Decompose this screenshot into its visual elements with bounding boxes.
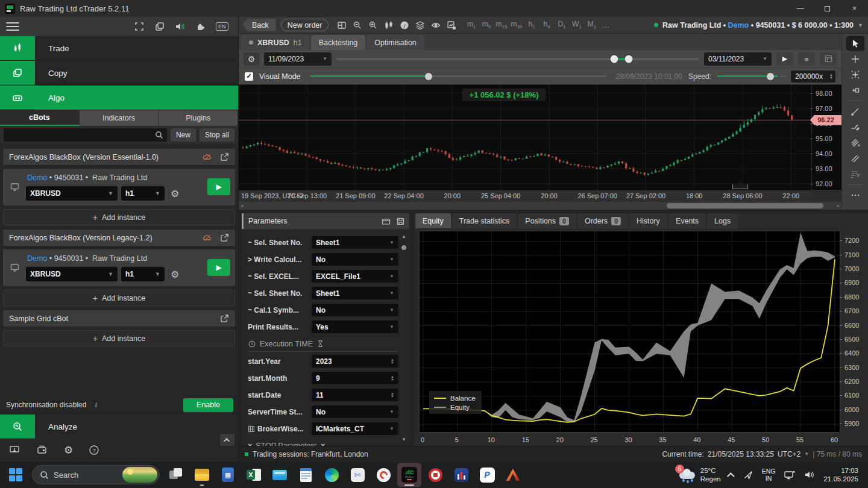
taskbar-app-icmarkets[interactable]: .ılCMarkets [397,463,421,487]
tab-orders[interactable]: Orders0 [577,213,628,228]
layers-icon[interactable] [413,19,427,32]
trend-line-tool[interactable] [846,104,864,119]
channel-tool[interactable] [846,151,864,166]
scrollbar-thumb[interactable] [667,203,823,208]
timeframe-m5[interactable]: m5 [480,20,492,30]
instance-settings-icon[interactable]: ⚙ [171,188,179,199]
taskbar-app-sap[interactable] [423,463,447,487]
add-instance-button[interactable]: +Add instance [3,330,235,346]
timeframe-m15[interactable]: m15 [495,20,508,30]
taskbar-clock[interactable]: 17:0321.05.2025 [823,466,858,483]
plugins-icon[interactable] [195,21,206,32]
help-icon[interactable]: ? [89,445,99,455]
display-icon[interactable] [784,470,796,480]
start-cbot-button[interactable]: ▶ [207,178,230,195]
param-number-input[interactable]: 2023▲▼ [312,355,398,368]
cbot-header[interactable]: Sample Grid cBot [3,310,235,327]
open-in-editor-icon[interactable] [220,152,229,161]
tab-cbots[interactable]: cBots [0,110,80,126]
equity-chart[interactable]: Balance Equity 5900600061006200630064006… [414,228,868,446]
param-number-input[interactable]: 11▲▼ [312,389,398,401]
taskbar-search[interactable]: Search [32,465,160,484]
crosshair-alt-tool[interactable] [846,67,864,82]
scroll-right-icon[interactable]: ▸ [837,203,840,208]
candles-icon[interactable] [382,19,396,32]
cursor-tool[interactable] [846,36,864,51]
chart-horizontal-scrollbar[interactable]: ◂ ▸ [239,202,841,210]
taskbar-app-remote-desktop[interactable] [268,463,292,487]
fullscreen-icon[interactable] [134,21,145,32]
collapse-sidebar-button[interactable] [220,434,234,446]
enable-sync-button[interactable]: Enable [183,398,233,412]
backtest-settings-button[interactable]: ⚙ [244,52,259,66]
workspace-icon[interactable] [154,21,165,32]
fib-e-tool[interactable]: E [846,136,864,150]
speed-handle[interactable] [767,73,774,80]
taskbar-app-notepad[interactable] [294,463,318,487]
tab-symbol[interactable]: XBRUSDh1 [241,35,310,50]
freehand-tool[interactable] [846,120,864,134]
save-parameters-icon[interactable] [397,217,404,225]
hidden-icons-chevron[interactable] [727,472,735,480]
price-axis[interactable]: 98.0097.0096.0095.0094.0093.0092.00 [811,85,841,190]
taskbar-app-paypal[interactable]: P [475,463,499,487]
range-handle-end[interactable] [624,55,632,63]
param-select[interactable]: EXCEL_File1▼ [312,270,398,283]
language-selector[interactable]: EN [216,22,228,31]
tab-history[interactable]: History [629,213,667,228]
start-cbot-button[interactable]: ▶ [207,259,230,276]
timeframe-m30[interactable]: m30 [510,20,523,30]
tab-logs[interactable]: Logs [707,213,738,228]
scroll-left-icon[interactable]: ◂ [241,203,243,208]
play-button[interactable]: ▶ [776,52,793,66]
sound-icon[interactable] [175,21,186,32]
speed-value-stepper[interactable]: 200000x ▲▼ [791,70,835,83]
info-icon[interactable]: i [95,400,97,410]
backtest-progress-slider[interactable] [310,75,606,77]
backtest-range-slider[interactable] [336,58,699,60]
open-in-editor-icon[interactable] [220,314,229,323]
param-select[interactable]: No▼ [312,405,398,418]
taskbar-app-excel[interactable]: X [242,463,266,487]
language-indicator[interactable]: ENGIN [762,468,776,482]
tab-positions[interactable]: Positions0 [518,213,576,228]
taskbar-app-snipping-tool[interactable]: ✄ [345,463,370,487]
param-select[interactable]: Sheet1▼ [312,236,398,249]
time-axis[interactable]: 19 Sep 2023, UTC+220 Sep 13:0021 Sep 09:… [239,190,811,202]
cloud-off-icon[interactable] [202,152,213,162]
taskbar-app-matlab[interactable] [501,463,525,487]
cbot-search-input[interactable] [4,128,167,142]
param-select[interactable]: Sheet1▼ [312,287,398,299]
cbot-header[interactable]: ForexAlgos BlackBox (Version Legacy-1.2) [3,230,235,246]
sidebar-item-copy[interactable]: Copy [0,61,238,86]
timeframe-h1[interactable]: h1 [525,20,538,30]
start-button[interactable] [4,463,28,487]
weather-widget[interactable]: 6 25°CRegen [678,466,721,483]
chart-settings-icon[interactable] [444,19,459,32]
speed-slider[interactable]: ⋯ [717,75,778,77]
symbol-select[interactable]: XBRUSD▼ [26,186,118,201]
add-instance-button[interactable]: +Add instance [3,290,235,306]
more-dots-tool[interactable] [846,188,864,202]
open-in-editor-icon[interactable] [220,233,229,242]
tab-equity[interactable]: Equity [415,213,451,228]
crosshair-tool[interactable] [846,52,864,66]
functions-icon[interactable]: f [397,19,412,32]
param-select[interactable]: Yes▼ [312,321,398,333]
param-section[interactable]: ×STOP Parameters× [248,438,398,446]
close-button[interactable]: × [841,0,868,17]
timeframe-M1[interactable]: M1 [585,20,598,30]
taskbar-app-task-view[interactable] [164,463,188,487]
wallet-icon[interactable] [36,445,48,455]
tab-trade-statistics[interactable]: Trade statistics [452,213,517,228]
timeframe-h4[interactable]: h4 [540,20,553,30]
candlestick-chart[interactable]: 98.0097.0096.0095.0094.0093.0092.00 +1 0… [239,85,841,190]
timeframe-m1[interactable]: m1 [465,20,477,30]
timeframe-select[interactable]: h1▼ [121,267,165,281]
timeframe-D1[interactable]: D1 [555,20,568,30]
start-date-picker[interactable]: 11/09/2023▼ [264,52,332,66]
visual-mode-checkbox[interactable]: ✓ [245,72,253,81]
tab-optimisation[interactable]: Optimisation [366,35,424,50]
volume-icon[interactable] [804,470,815,480]
timeframe-select[interactable]: h1▼ [121,186,165,201]
